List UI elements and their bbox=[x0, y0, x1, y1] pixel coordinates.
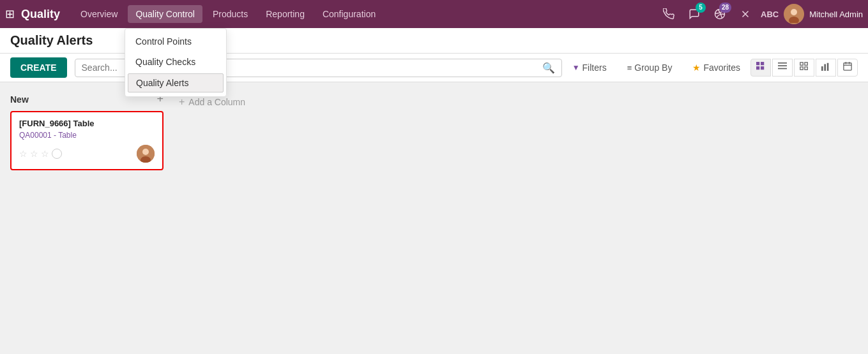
svg-rect-7 bbox=[761, 62, 764, 65]
svg-rect-11 bbox=[778, 65, 787, 66]
card-title: [FURN_9666] Table bbox=[19, 119, 155, 128]
star-1[interactable]: ☆ bbox=[19, 149, 27, 159]
list-view-btn[interactable] bbox=[772, 59, 793, 77]
kanban-view-btn[interactable] bbox=[750, 59, 771, 77]
status-circle[interactable] bbox=[52, 149, 62, 159]
card-avatar bbox=[137, 145, 155, 163]
add-column-label: Add a Column bbox=[188, 97, 245, 107]
quality-control-dropdown: Control Points Quality Checks Quality Al… bbox=[125, 28, 227, 97]
grid-view-btn[interactable] bbox=[794, 59, 814, 77]
groupby-icon: ≡ bbox=[627, 63, 632, 73]
filter-group: ▼ Filters ≡ Group By ★ Favorites bbox=[567, 60, 745, 75]
svg-rect-9 bbox=[761, 66, 764, 70]
dropdown-item-quality-checks[interactable]: Quality Checks bbox=[125, 52, 226, 72]
svg-point-25 bbox=[142, 149, 149, 155]
chart-view-btn[interactable] bbox=[816, 59, 836, 77]
groupby-label: Group By bbox=[634, 63, 672, 73]
svg-rect-8 bbox=[756, 66, 759, 70]
svg-rect-6 bbox=[756, 62, 759, 65]
top-navigation: ⊞ Quality Overview Quality Control Produ… bbox=[0, 0, 868, 28]
svg-rect-12 bbox=[778, 68, 787, 70]
chat-icon-btn[interactable]: 5 bbox=[684, 4, 704, 24]
kanban-col-new: New + [FURN_9666] Table QA00001 - Table … bbox=[10, 92, 164, 170]
kanban-area: New + [FURN_9666] Table QA00001 - Table … bbox=[0, 82, 868, 181]
voip-badge: 28 bbox=[719, 3, 731, 13]
phone-icon-btn[interactable] bbox=[659, 4, 679, 24]
add-column-plus-icon: + bbox=[179, 96, 185, 108]
svg-rect-15 bbox=[800, 67, 803, 70]
star-2[interactable]: ☆ bbox=[30, 149, 38, 159]
favorites-label: Favorites bbox=[703, 63, 740, 73]
svg-rect-19 bbox=[827, 63, 829, 71]
calendar-view-btn[interactable] bbox=[837, 59, 858, 77]
kanban-col-title: New bbox=[10, 94, 29, 105]
svg-point-4 bbox=[791, 9, 797, 15]
create-button[interactable]: CREATE bbox=[10, 57, 67, 78]
nav-configuration[interactable]: Configuration bbox=[315, 5, 383, 23]
voip-icon-btn[interactable]: 28 bbox=[710, 4, 730, 24]
svg-rect-10 bbox=[778, 63, 787, 64]
abc-label[interactable]: ABC bbox=[761, 10, 779, 19]
svg-rect-18 bbox=[824, 64, 826, 71]
star-3[interactable]: ☆ bbox=[41, 149, 49, 159]
search-icon[interactable]: 🔍 bbox=[542, 62, 555, 74]
topnav-icons: 5 28 ABC Mitchell Admin bbox=[659, 4, 863, 24]
nav-products[interactable]: Products bbox=[205, 5, 255, 23]
grid-icon[interactable]: ⊞ bbox=[5, 7, 15, 21]
card-footer: ☆ ☆ ☆ bbox=[19, 145, 155, 163]
close-icon-btn[interactable] bbox=[735, 4, 756, 24]
avatar[interactable] bbox=[784, 4, 804, 24]
username-label[interactable]: Mitchell Admin bbox=[809, 10, 863, 19]
svg-rect-13 bbox=[800, 63, 803, 65]
nav-reporting[interactable]: Reporting bbox=[258, 5, 312, 23]
card-subtitle: QA00001 - Table bbox=[19, 131, 155, 140]
kanban-card[interactable]: [FURN_9666] Table QA00001 - Table ☆ ☆ ☆ bbox=[10, 111, 164, 170]
filter-icon: ▼ bbox=[572, 63, 580, 72]
svg-rect-14 bbox=[805, 63, 807, 65]
groupby-button[interactable]: ≡ Group By bbox=[622, 60, 678, 75]
page-title: Quality Alerts bbox=[10, 33, 93, 48]
svg-rect-17 bbox=[821, 66, 823, 71]
nav-quality-control[interactable]: Quality Control bbox=[128, 5, 202, 23]
favorites-button[interactable]: ★ Favorites bbox=[687, 60, 745, 75]
dropdown-item-quality-alerts[interactable]: Quality Alerts bbox=[128, 73, 224, 92]
kanban-columns: New + [FURN_9666] Table QA00001 - Table … bbox=[10, 92, 858, 170]
svg-rect-16 bbox=[805, 67, 807, 70]
dropdown-item-control-points[interactable]: Control Points bbox=[125, 31, 226, 52]
filters-label: Filters bbox=[582, 63, 607, 73]
favorites-icon: ★ bbox=[692, 63, 701, 73]
app-name[interactable]: Quality bbox=[21, 8, 60, 21]
svg-rect-20 bbox=[844, 63, 851, 70]
view-buttons bbox=[750, 59, 858, 77]
nav-overview[interactable]: Overview bbox=[73, 5, 125, 23]
chat-badge: 5 bbox=[696, 3, 706, 13]
filters-button[interactable]: ▼ Filters bbox=[567, 60, 612, 75]
